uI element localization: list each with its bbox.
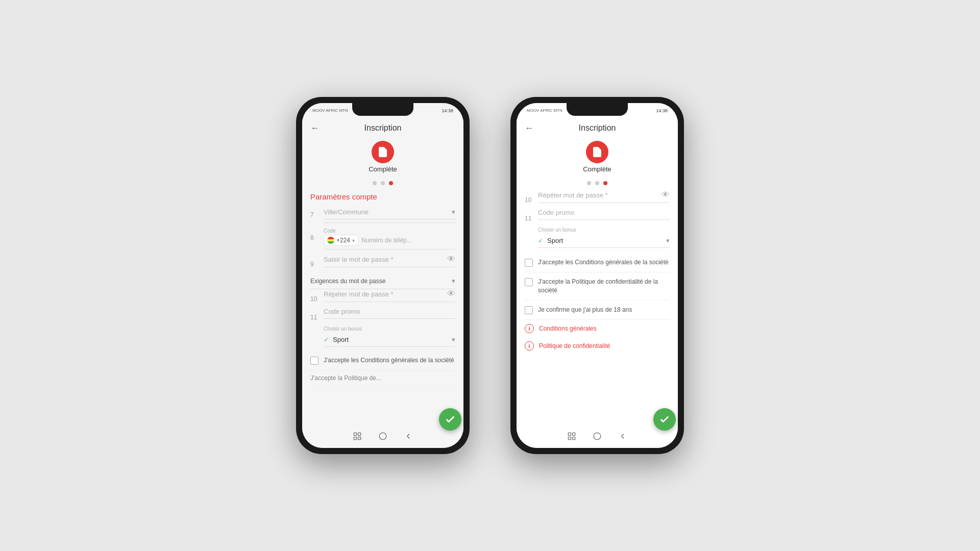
row-num-10: 10	[310, 289, 320, 303]
row-num-9: 9	[310, 255, 320, 268]
bonus-chevron-right: ▾	[666, 237, 670, 244]
eye-icon-10-right[interactable]: 👁	[662, 190, 670, 199]
dot-2-right	[595, 181, 599, 185]
info-row-2-right: i Politique de confidentialité	[525, 337, 670, 355]
row-num-11-right: 11	[525, 209, 534, 222]
bonus-checkmark-right: ✓	[538, 237, 543, 244]
form-row-9: 9 Saisir le mot de passe * 👁	[310, 255, 455, 268]
code-label: Code	[324, 228, 455, 234]
dot-2-left	[381, 181, 385, 185]
header-right: ← Inscription	[517, 118, 678, 137]
fab-right[interactable]	[653, 408, 676, 431]
document-icon-left	[377, 146, 389, 158]
complete-icon-left	[372, 141, 394, 163]
checkbox-row-1-right: J'accepte les Conditions générales de la…	[525, 253, 670, 272]
bonus-section-right: Choisir un bonus ✓ Sport ▾	[538, 227, 670, 248]
time-left: 14:38	[442, 108, 453, 113]
svg-rect-9	[568, 437, 571, 440]
info-icon-1-right: i	[525, 324, 534, 333]
fab-left[interactable]	[439, 408, 461, 431]
info-row-1-right: i Conditions générales	[525, 320, 670, 337]
nav-back-right[interactable]	[618, 431, 628, 441]
nav-square-right[interactable]	[567, 431, 577, 441]
checkbox-row-2-right: J'accepte la Politique de confidentialit…	[525, 272, 670, 300]
bonus-section: Choisir un bonus ✓ Sport ▾	[324, 326, 455, 347]
fab-check-left	[445, 414, 456, 425]
row-num-11: 11	[310, 308, 320, 321]
status-bar-right: MOOV AFRIC MTN 14:38	[517, 103, 678, 118]
form-left: 7 Ville/Commune ▾ 8 Code	[302, 205, 463, 428]
phone-right: MOOV AFRIC MTN 14:38 ← Inscription	[510, 97, 684, 454]
carrier-left: MOOV AFRIC MTN	[312, 108, 348, 113]
home-bar-left	[302, 428, 463, 448]
bonus-dropdown[interactable]: ✓ Sport ▾	[324, 333, 455, 347]
svg-rect-7	[568, 433, 571, 435]
info-text-1-right[interactable]: Conditions générales	[539, 325, 597, 332]
form-row-8: 8 Code +224 ▾ Numéro de télép...	[310, 228, 455, 249]
bonus-label: Choisir un bonus	[324, 326, 455, 332]
bonus-dropdown-right[interactable]: ✓ Sport ▾	[538, 234, 670, 248]
ville-input: Ville/Commune	[324, 208, 452, 216]
complete-label-left: Complète	[369, 165, 397, 173]
nav-circle-left[interactable]	[378, 431, 388, 441]
back-button-right[interactable]: ←	[525, 123, 534, 134]
password-requirements[interactable]: Exigences du mot de passe ▾	[310, 273, 455, 289]
repeat-password-right[interactable]: Répéter mot de passe *	[538, 191, 662, 199]
checkbox-3-text-right: Je confirme que j'ai plus de 18 ans	[538, 306, 632, 314]
bonus-selected-right: Sport	[547, 237, 666, 244]
dot-3-right	[603, 181, 607, 185]
page-title-left: Inscription	[364, 123, 402, 133]
flag-guinea	[327, 237, 334, 244]
progress-dots-left	[302, 178, 463, 190]
document-icon-right	[591, 146, 603, 158]
eye-icon-9[interactable]: 👁	[447, 255, 455, 264]
status-bar-left: MOOV AFRIC MTN 14:38	[302, 103, 463, 118]
ville-dropdown[interactable]: Ville/Commune ▾	[324, 205, 455, 219]
checkbox-1-right[interactable]	[525, 259, 533, 267]
section-title-left: Paramètres compte	[302, 190, 463, 205]
page-title-right: Inscription	[579, 123, 616, 133]
nav-back-left[interactable]	[403, 431, 413, 441]
checkbox-row-3-right: Je confirme que j'ai plus de 18 ans	[525, 300, 670, 320]
nav-square-left[interactable]	[352, 431, 362, 441]
repeat-password-input[interactable]: Répéter mot de passe *	[324, 290, 447, 298]
form-right: 10 Répéter mot de passe * 👁 11	[517, 190, 678, 428]
phone-input[interactable]: Numéro de télép...	[361, 237, 455, 244]
password-input[interactable]: Saisir le mot de passe *	[324, 256, 447, 263]
complete-icon-right	[586, 141, 608, 163]
checkbox-2-right[interactable]	[525, 278, 533, 286]
eye-icon-10[interactable]: 👁	[447, 289, 455, 298]
svg-point-6	[379, 433, 386, 440]
checkbox-3-right[interactable]	[525, 306, 533, 314]
bonus-selected: Sport	[333, 336, 452, 343]
form-row-10-right: 10 Répéter mot de passe * 👁	[525, 190, 670, 204]
dot-1-left	[373, 181, 377, 185]
form-row-7: 7 Ville/Commune ▾	[310, 205, 455, 223]
info-text-2-right[interactable]: Politique de confidentialité	[539, 342, 610, 349]
country-selector[interactable]: +224 ▾	[324, 235, 358, 246]
row-num-8: 8	[310, 228, 320, 241]
checkbox-1-text: J'accepte les Conditions générales de la…	[324, 356, 454, 365]
bonus-chevron: ▾	[452, 336, 455, 343]
code-promo-right[interactable]: Code promo	[538, 209, 670, 216]
svg-rect-4	[354, 437, 356, 440]
fab-check-right	[659, 414, 670, 425]
complete-section-left: Complète	[302, 137, 463, 178]
complete-section-right: Complète	[517, 137, 678, 178]
dot-1-right	[587, 181, 591, 185]
partial-text: J'accepte la Politique de...	[310, 370, 455, 386]
checkbox-1-text-right: J'accepte les Conditions générales de la…	[538, 258, 669, 267]
checkbox-2-text-right: J'accepte la Politique de confidentialit…	[538, 278, 670, 295]
time-right: 14:38	[656, 108, 668, 113]
nav-circle-right[interactable]	[592, 431, 602, 441]
complete-label-right: Complète	[583, 165, 611, 173]
country-code: +224	[336, 237, 350, 244]
back-button-left[interactable]: ←	[310, 123, 320, 134]
row-num-7: 7	[310, 205, 320, 218]
checkbox-1[interactable]	[310, 357, 318, 365]
password-req-label: Exigences du mot de passe	[310, 278, 385, 285]
carrier-right: MOOV AFRIC MTN	[527, 108, 562, 113]
code-promo-input[interactable]: Code promo	[324, 308, 455, 315]
header-left: ← Inscription	[302, 118, 463, 137]
svg-rect-10	[573, 437, 575, 440]
